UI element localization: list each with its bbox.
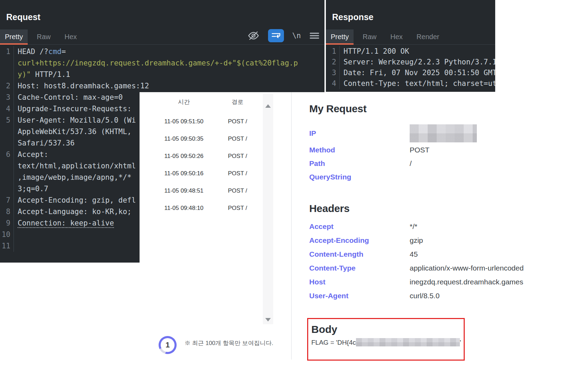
flag-prefix: FLAG = 'DH{4c (311, 339, 356, 346)
tab-label: Hex (64, 33, 77, 41)
detail-row: QueryString (309, 170, 572, 184)
request-tab-raw[interactable]: Raw (32, 29, 55, 44)
log-row[interactable]: 11-05 09:48:51POST / (140, 182, 588, 200)
eye-slash-icon[interactable] (247, 30, 260, 41)
line-number (0, 58, 14, 69)
line-text: AppleWebKit/537.36 (KHTML, (14, 126, 132, 138)
line-text (14, 240, 18, 252)
tab-label: Raw (37, 33, 51, 41)
scroll-down-arrow-icon[interactable] (265, 318, 271, 321)
line-number: 7 (0, 195, 14, 206)
line-number: 8 (0, 206, 14, 218)
tab-label: Hex (390, 33, 403, 41)
line-text: User-Agent: Mozilla/5.0 (Wi (14, 115, 136, 126)
code-line: 2Server: Werkzeug/2.2.3 Python/3.7.17 (326, 57, 495, 68)
line-number (0, 160, 14, 172)
tab-label: Raw (363, 33, 376, 41)
detail-label: Path (309, 159, 410, 168)
word-wrap-icon[interactable] (268, 29, 284, 42)
detail-value: */* (410, 222, 572, 231)
line-number (0, 69, 14, 80)
response-tab-raw[interactable]: Raw (358, 29, 381, 44)
log-footnote: ※ 최근 100개 항목만 보여집니다. (185, 339, 273, 347)
detail-label: Method (309, 146, 410, 154)
line-number: 10 (0, 229, 14, 240)
tab-label: Pretty (331, 33, 349, 41)
response-editor[interactable]: 1HTTP/1.1 200 OK2Server: Werkzeug/2.2.3 … (326, 45, 495, 89)
hamburger-menu-icon[interactable] (309, 32, 320, 40)
line-number (0, 138, 14, 149)
flag-redacted-blur (356, 338, 460, 346)
code-line: 1HTTP/1.1 200 OK (326, 46, 495, 57)
line-number (0, 126, 14, 138)
code-line: 4Content-Type: text/html; charset=utf-8 (326, 78, 495, 89)
line-text: Content-Type: text/html; charset=utf-8 (340, 78, 495, 89)
screen: Request Pretty Raw Hex (0, 0, 588, 371)
tab-label: Render (417, 33, 439, 41)
requestbin-window: 시간 경로 11-05 09:51:50POST /11-05 09:50:35… (140, 92, 588, 360)
column-header-path: 경로 (212, 97, 263, 107)
vertical-divider (291, 92, 292, 360)
detail-label: Content-Length (309, 250, 410, 258)
log-scrollbar[interactable] (263, 94, 273, 324)
scroll-up-arrow-icon[interactable] (265, 104, 271, 108)
detail-row: Path/ (309, 157, 572, 170)
line-text: ,image/webp,image/apng,*/* (14, 172, 132, 183)
line-text: Accept-Encoding: gzip, defl (14, 195, 136, 206)
line-text: Safari/537.36 (14, 138, 74, 149)
response-tab-hex[interactable]: Hex (385, 29, 408, 44)
detail-value: / (410, 159, 572, 168)
detail-label: Host (309, 278, 410, 286)
line-text: Host: host8.dreamhack.games:12 (14, 80, 149, 92)
detail-label: IP (309, 129, 410, 138)
redacted-blur (410, 124, 477, 142)
my-request-title: My Request (309, 103, 572, 115)
body-title: Body (311, 323, 464, 336)
line-text: curl+https://inegzdq.request.dreamhack.g… (14, 58, 298, 69)
line-number: 9 (0, 218, 14, 229)
line-number: 2 (0, 80, 14, 92)
response-tab-render[interactable]: Render (412, 29, 444, 44)
detail-label: User-Agent (309, 292, 410, 300)
log-path: POST / (212, 182, 263, 200)
request-toolbar: \n (247, 28, 320, 43)
response-tab-pretty[interactable]: Pretty (326, 29, 354, 44)
line-number: 6 (0, 149, 14, 160)
request-panel-title: Request (0, 0, 324, 22)
detail-label: QueryString (309, 173, 410, 181)
line-text: 3;q=0.7 (14, 183, 48, 195)
log-path: POST / (212, 200, 263, 217)
line-number (0, 183, 14, 195)
code-line: y)" HTTP/1.1 (0, 69, 324, 80)
request-tab-pretty[interactable]: Pretty (0, 29, 28, 44)
detail-value-redacted (410, 124, 572, 143)
detail-value: curl/8.5.0 (410, 292, 572, 300)
log-path: POST / (212, 113, 263, 130)
detail-row: Accept*/* (309, 220, 572, 233)
response-panel-title: Response (326, 0, 495, 22)
line-text: Date: Fri, 07 Nov 2025 00:51:50 GMT (340, 68, 495, 78)
line-number: 4 (326, 78, 340, 89)
detail-row: Hostinegzdq.request.dreamhack.games (309, 275, 572, 289)
detail-value: application/x-www-form-urlencoded (410, 264, 572, 272)
code-line: 1HEAD /?cmd= (0, 46, 324, 58)
request-tab-hex[interactable]: Hex (60, 29, 82, 44)
pagination-page-1[interactable]: 1 (159, 336, 177, 354)
page-number: 1 (166, 341, 170, 350)
detail-row: Accept-Encodinggzip (309, 233, 572, 247)
response-panel: Response Pretty Raw Hex Render 1HTTP/1.1… (326, 0, 495, 92)
detail-row: Content-Typeapplication/x-www-form-urlen… (309, 261, 572, 275)
detail-value: inegzdq.request.dreamhack.games (410, 278, 572, 286)
log-path: POST / (212, 130, 263, 148)
line-text: Cache-Control: max-age=0 (14, 92, 123, 103)
line-number (0, 172, 14, 183)
line-text: HTTP/1.1 200 OK (340, 46, 409, 57)
line-number: 3 (0, 92, 14, 103)
line-number: 3 (326, 68, 340, 78)
detail-row: IP (309, 124, 572, 143)
detail-value: POST (410, 146, 572, 154)
line-number: 1 (0, 46, 14, 58)
line-text: Upgrade-Insecure-Requests: (14, 103, 136, 115)
newline-icon[interactable]: \n (292, 32, 301, 40)
headers-title: Headers (309, 202, 572, 215)
